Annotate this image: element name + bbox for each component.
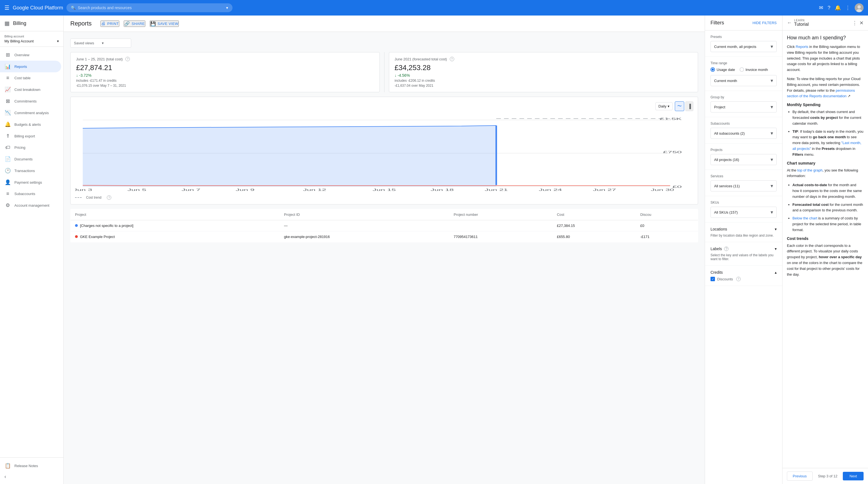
- forecasted-cost-subtitle1: includes -£206.12 in credits: [395, 79, 692, 83]
- sidebar-item-budgets-alerts[interactable]: 🔔 Budgets & alerts: [0, 119, 61, 130]
- reports-header: Reports 🖨 PRINT 🔗 SHARE 💾 SAVE VIEW: [64, 16, 705, 32]
- projects-dropdown[interactable]: All projects (16) ▾: [711, 154, 777, 165]
- locations-header[interactable]: Locations ▾: [711, 227, 777, 231]
- sidebar-item-payment-settings[interactable]: 👤 Payment settings: [0, 176, 61, 188]
- sidebar-item-cost-breakdown[interactable]: 📈 Cost breakdown: [0, 84, 61, 95]
- usage-date-radio[interactable]: Usage date: [711, 67, 735, 72]
- group-by-dropdown[interactable]: Project ▾: [711, 102, 777, 112]
- actual-help-icon[interactable]: ?: [125, 57, 130, 61]
- presets-dropdown[interactable]: Current month, all projects ▾: [711, 41, 777, 52]
- saved-views-dropdown[interactable]: Saved views ▾: [70, 38, 131, 48]
- more-options-icon[interactable]: ⋮: [845, 5, 850, 11]
- group-by-label: Group by: [711, 95, 777, 99]
- hamburger-menu[interactable]: ☰: [4, 4, 9, 11]
- svg-text:Jun 9: Jun 9: [236, 189, 254, 192]
- forecasted-help-icon[interactable]: ?: [450, 57, 454, 61]
- sidebar-item-pricing[interactable]: 🏷 Pricing: [0, 142, 61, 153]
- line-chart-button[interactable]: 〜: [675, 102, 684, 111]
- svg-text:Jun 30: Jun 30: [651, 189, 674, 192]
- credits-header[interactable]: Credits ▴: [711, 270, 777, 275]
- permissions-link[interactable]: permissions section of the Reports docum…: [787, 88, 855, 98]
- tutorial-more-button[interactable]: ⋮: [852, 20, 857, 26]
- mail-icon[interactable]: ✉: [819, 5, 823, 11]
- sidebar-item-subaccounts[interactable]: ≡ Subaccounts: [0, 188, 61, 199]
- top-graph-link[interactable]: top of the graph: [798, 168, 823, 172]
- skus-dropdown[interactable]: All SKUs (157) ▾: [711, 207, 777, 218]
- tutorial-previous-button[interactable]: Previous: [787, 472, 813, 481]
- summary-cards: June 1 – 25, 2021 (total cost) ? £27,874…: [70, 52, 698, 92]
- avatar[interactable]: [855, 3, 864, 12]
- sidebar-collapse-button[interactable]: ‹: [0, 472, 63, 482]
- reports-link[interactable]: Reports: [796, 45, 808, 49]
- below-chart-link[interactable]: Below the chart: [793, 216, 817, 220]
- print-button[interactable]: 🖨 PRINT: [100, 21, 119, 27]
- sidebar-item-release-notes[interactable]: 📋 Release Notes: [0, 460, 61, 472]
- sidebar-item-commitments[interactable]: ⊠ Commitments: [0, 95, 61, 107]
- sidebar-item-documents[interactable]: 📄 Documents: [0, 153, 61, 165]
- locations-chevron: ▾: [775, 227, 777, 231]
- sidebar-item-commitments-label: Commitments: [14, 99, 36, 103]
- billing-account-dropdown[interactable]: My Billing Account ▾: [4, 39, 59, 43]
- save-view-button[interactable]: 💾 SAVE VIEW: [150, 21, 179, 27]
- svg-text:Jun 5: Jun 5: [127, 189, 146, 192]
- tutorial-panel: ← LEARN Tutorial ⋮ ✕ How much am I spend…: [782, 16, 868, 484]
- discounts-checkbox[interactable]: Discounts ?: [711, 277, 777, 281]
- cost-trend-legend-line: [75, 197, 82, 198]
- sidebar-item-commitment-analysis[interactable]: 📉 Commitment analysis: [0, 107, 61, 119]
- sidebar-release-notes-label: Release Notes: [14, 464, 38, 468]
- tutorial-note: Note: To view the billing reports for yo…: [787, 76, 864, 99]
- discount-cell: £0: [636, 220, 698, 231]
- sidebar-item-account-management-label: Account management: [14, 203, 49, 207]
- sidebar-item-overview[interactable]: ⊞ Overview: [0, 49, 61, 61]
- daily-dropdown[interactable]: Daily ▾: [655, 102, 673, 110]
- svg-text:Jun 21: Jun 21: [485, 189, 508, 192]
- billing-account-selector[interactable]: Billing account My Billing Account ▾: [0, 31, 63, 47]
- project-number-cell: [449, 220, 553, 231]
- subaccounts-dropdown[interactable]: All subaccounts (2) ▾: [711, 128, 777, 139]
- tutorial-next-button[interactable]: Next: [843, 472, 864, 480]
- labels-help-icon[interactable]: ?: [724, 247, 728, 251]
- notifications-icon[interactable]: 🔔: [835, 5, 841, 11]
- sidebar-item-reports[interactable]: 📊 Reports: [0, 61, 61, 72]
- tutorial-title: Tutorial: [794, 22, 850, 27]
- sidebar-item-billing-export-label: Billing export: [14, 134, 35, 138]
- discounts-help-icon[interactable]: ?: [736, 277, 741, 281]
- share-button[interactable]: 🔗 SHARE: [124, 21, 145, 27]
- actual-cost-title: June 1 – 25, 2021 (total cost) ?: [76, 57, 374, 61]
- sidebar-item-billing-export[interactable]: ⇑ Billing export: [0, 130, 61, 142]
- sidebar-item-account-management[interactable]: ⚙ Account management: [0, 199, 61, 211]
- search-dropdown-icon[interactable]: ▾: [226, 5, 228, 10]
- time-period-dropdown[interactable]: Current month ▾: [711, 75, 777, 86]
- project-cell: [Charges not specific to a project]: [70, 220, 280, 231]
- billing-account-chevron: ▾: [57, 39, 59, 43]
- sidebar-item-overview-label: Overview: [14, 53, 29, 57]
- tutorial-close-button[interactable]: ✕: [860, 20, 864, 26]
- services-chevron: ▾: [771, 183, 773, 189]
- tutorial-back-button[interactable]: ←: [787, 20, 792, 26]
- learn-label: LEARN: [794, 19, 850, 22]
- labels-header[interactable]: Labels ? ▾: [711, 247, 777, 251]
- search-bar[interactable]: 🔍 ▾: [66, 3, 232, 12]
- svg-text:Jun 15: Jun 15: [373, 189, 396, 192]
- sidebar-item-cost-table[interactable]: ≡ Cost table: [0, 72, 61, 84]
- filters-panel: Filters HIDE FILTERS Presets Current mon…: [705, 16, 782, 484]
- hide-filters-button[interactable]: HIDE FILTERS: [752, 21, 777, 25]
- sidebar-footer: 📋 Release Notes ‹: [0, 457, 63, 484]
- locations-section: Locations ▾ Filter by location data like…: [705, 223, 782, 242]
- brand-name: Google Cloud Platform: [13, 5, 63, 11]
- sidebar-item-transactions[interactable]: 🕐 Transactions: [0, 165, 61, 176]
- locations-description: Filter by location data like region and …: [711, 233, 777, 237]
- share-icon: 🔗: [124, 21, 130, 26]
- search-input[interactable]: [78, 5, 224, 10]
- subaccounts-label: Subaccounts: [711, 122, 777, 125]
- project-number-cell: 770954173611: [449, 231, 553, 243]
- invoice-month-label: Invoice month: [746, 67, 768, 72]
- discount-cell: -£171: [636, 231, 698, 243]
- help-icon[interactable]: ?: [828, 5, 830, 11]
- cost-trend-help-icon[interactable]: ?: [107, 195, 111, 200]
- invoice-month-radio[interactable]: Invoice month: [740, 67, 768, 72]
- billing-icon: ▦: [4, 20, 10, 27]
- services-dropdown[interactable]: All services (11) ▾: [711, 180, 777, 192]
- bar-chart-button[interactable]: ▐: [685, 102, 693, 111]
- svg-text:£750: £750: [663, 150, 682, 154]
